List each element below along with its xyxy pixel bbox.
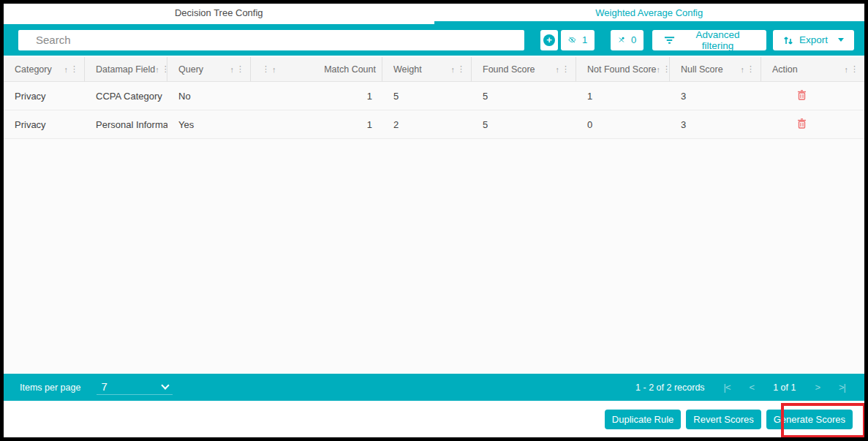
column-menu-icon[interactable]: ⋮ <box>70 64 78 74</box>
cell-action <box>761 88 864 104</box>
advanced-filtering-button[interactable]: Advanced filtering <box>652 30 766 50</box>
items-per-page-value: 7 <box>101 380 107 393</box>
cell-not-found-score: 0 <box>576 119 670 130</box>
column-menu-icon[interactable]: ⋮ <box>457 64 465 74</box>
cell-not-found-score: 1 <box>576 91 670 102</box>
sort-arrows-icon <box>783 35 793 45</box>
column-label: Datamap Field <box>96 64 155 75</box>
trash-icon <box>797 118 807 129</box>
cell-match-count: 1 <box>251 91 382 102</box>
column-header-match-count[interactable]: ⋮↑ Match Count <box>251 57 382 81</box>
revert-scores-button[interactable]: Revert Scores <box>686 410 761 429</box>
add-rule-button[interactable]: + <box>540 30 559 50</box>
column-label: Weight <box>393 64 422 75</box>
column-header-not-found-score[interactable]: Not Found Score ↑⋮ <box>576 57 670 81</box>
cell-category: Privacy <box>4 91 85 102</box>
footer-action-bar: Duplicate Rule Revert Scores Generate Sc… <box>4 401 864 437</box>
generate-scores-button[interactable]: Generate Scores <box>766 410 853 429</box>
sort-arrow-icon[interactable]: ↑ <box>64 65 69 74</box>
pinned-columns-count: 0 <box>631 34 636 45</box>
page-indicator: 1 of 1 <box>773 382 796 393</box>
column-label: Query <box>178 64 203 75</box>
sort-arrow-icon[interactable]: ↑ <box>272 65 276 74</box>
column-label: Action <box>772 64 798 75</box>
column-menu-icon[interactable]: ⋮ <box>236 64 244 74</box>
column-label: Null Score <box>681 64 723 75</box>
cell-found-score: 5 <box>472 119 576 130</box>
cell-null-score: 3 <box>670 91 761 102</box>
items-per-page-label: Items per page <box>20 382 80 393</box>
next-page-button[interactable]: > <box>815 382 820 393</box>
cell-query: Yes <box>167 119 251 130</box>
column-label: Category <box>15 64 52 75</box>
grid-empty-area <box>4 139 864 374</box>
column-header-category[interactable]: Category ↑⋮ <box>4 57 85 81</box>
sort-arrow-icon[interactable]: ↑ <box>741 65 745 74</box>
hidden-columns-count: 1 <box>582 34 587 45</box>
last-page-button[interactable]: >| <box>839 382 845 393</box>
column-label: Match Count <box>324 64 376 75</box>
column-menu-icon[interactable]: ⋮ <box>850 64 858 74</box>
cell-datamap-field: Personal Information <box>85 119 167 130</box>
cell-datamap-field: CCPA Category <box>85 91 167 102</box>
chevron-down-icon <box>162 381 170 389</box>
cell-match-count: 1 <box>251 119 382 130</box>
export-label: Export <box>799 34 828 45</box>
hidden-columns-button[interactable]: 1 <box>561 30 595 50</box>
pinned-columns-button[interactable]: 0 <box>611 30 644 50</box>
records-count-text: 1 - 2 of 2 records <box>635 382 705 393</box>
cell-weight: 2 <box>382 119 472 130</box>
sort-arrow-icon[interactable]: ↑ <box>556 65 560 74</box>
sort-arrow-icon[interactable]: ↑ <box>230 65 235 74</box>
sort-arrow-icon[interactable]: ↑ <box>451 65 456 74</box>
export-button[interactable]: Export <box>773 30 854 50</box>
column-header-query[interactable]: Query ↑⋮ <box>167 57 251 81</box>
cell-query: No <box>167 91 251 102</box>
duplicate-rule-button[interactable]: Duplicate Rule <box>605 410 682 429</box>
column-label: Not Found Score <box>587 64 657 75</box>
column-header-null-score[interactable]: Null Score ↑⋮ <box>670 57 761 81</box>
tab-bar: Decision Tree Config Weighted Average Co… <box>4 4 864 21</box>
column-header-action[interactable]: Action ↑⋮ <box>761 57 864 81</box>
eye-off-icon <box>568 34 576 45</box>
tab-decision-tree-config[interactable]: Decision Tree Config <box>4 4 434 21</box>
first-page-button[interactable]: |< <box>724 382 731 393</box>
column-label: Found Score <box>483 64 535 75</box>
advanced-filtering-label: Advanced filtering <box>681 29 755 51</box>
previous-page-button[interactable]: < <box>750 382 755 393</box>
cell-null-score: 3 <box>670 119 761 130</box>
items-per-page-select[interactable]: 7 <box>97 380 173 395</box>
pin-off-icon <box>618 34 625 45</box>
cell-action <box>761 117 864 132</box>
app-window: Decision Tree Config Weighted Average Co… <box>0 0 868 441</box>
sort-arrow-icon[interactable]: ↑ <box>657 65 661 74</box>
filter-icon <box>664 36 675 45</box>
column-menu-icon[interactable]: ⋮ <box>562 64 570 74</box>
cell-category: Privacy <box>4 119 85 130</box>
table-row: Privacy Personal Information Yes 1 2 5 0… <box>4 110 864 139</box>
cell-found-score: 5 <box>472 91 576 102</box>
table-row: Privacy CCPA Category No 1 5 5 1 3 <box>4 82 864 110</box>
grid-toolbar: + 1 0 Advanced filtering <box>4 24 864 56</box>
plus-circle-icon: + <box>543 34 555 46</box>
column-header-found-score[interactable]: Found Score ↑⋮ <box>472 57 576 81</box>
chevron-down-icon <box>838 38 844 42</box>
delete-rule-button[interactable] <box>796 88 808 104</box>
rules-grid: Category ↑⋮ Datamap Field ↑⋮ Query ↑⋮ ⋮↑… <box>4 57 864 374</box>
sort-arrow-icon[interactable]: ↑ <box>155 65 159 74</box>
search-input[interactable] <box>18 30 524 50</box>
pager-controls: 1 - 2 of 2 records |< < 1 of 1 > >| <box>635 382 845 393</box>
column-header-datamap-field[interactable]: Datamap Field ↑⋮ <box>85 57 167 81</box>
tab-weighted-average-config[interactable]: Weighted Average Config <box>434 4 865 21</box>
cell-weight: 5 <box>382 91 472 102</box>
column-menu-icon[interactable]: ⋮ <box>747 64 755 74</box>
grid-header-row: Category ↑⋮ Datamap Field ↑⋮ Query ↑⋮ ⋮↑… <box>4 57 864 82</box>
column-header-weight[interactable]: Weight ↑⋮ <box>382 57 472 81</box>
sort-arrow-icon[interactable]: ↑ <box>845 65 849 74</box>
trash-icon <box>797 90 807 100</box>
column-menu-icon[interactable]: ⋮ <box>262 64 270 74</box>
delete-rule-button[interactable] <box>796 117 808 132</box>
pagination-bar: Items per page 7 1 - 2 of 2 records |< <… <box>4 374 864 401</box>
